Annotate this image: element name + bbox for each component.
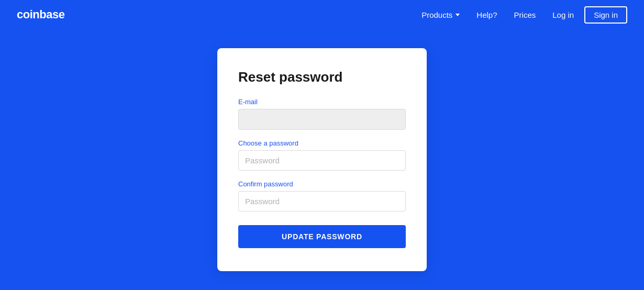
nav-signin[interactable]: Sign in: [584, 6, 627, 24]
nav-help[interactable]: Help?: [470, 7, 503, 23]
navbar-right: Products Help? Prices Log in Sign in: [415, 6, 627, 24]
confirm-field-group: Confirm password: [238, 180, 406, 211]
confirm-label: Confirm password: [238, 180, 406, 188]
email-field-group: E-mail: [238, 98, 406, 130]
update-password-button[interactable]: UPDATE PASSWORD: [238, 225, 406, 248]
password-label: Choose a password: [238, 139, 406, 147]
nav-products[interactable]: Products: [415, 7, 466, 23]
chevron-down-icon: [456, 14, 460, 16]
nav-login[interactable]: Log in: [546, 7, 580, 23]
password-input[interactable]: [238, 150, 406, 171]
confirm-password-input[interactable]: [238, 191, 406, 211]
brand-logo: coinbase: [17, 8, 64, 21]
card-title: Reset password: [238, 69, 406, 85]
email-label: E-mail: [238, 98, 406, 106]
navbar: coinbase Products Help? Prices Log in Si…: [0, 0, 644, 29]
reset-password-card: Reset password E-mail Choose a password …: [217, 48, 427, 271]
products-label: Products: [421, 10, 452, 19]
main-content: Reset password E-mail Choose a password …: [0, 29, 644, 290]
email-display: [238, 109, 406, 130]
password-field-group: Choose a password: [238, 139, 406, 171]
nav-prices[interactable]: Prices: [508, 7, 542, 23]
